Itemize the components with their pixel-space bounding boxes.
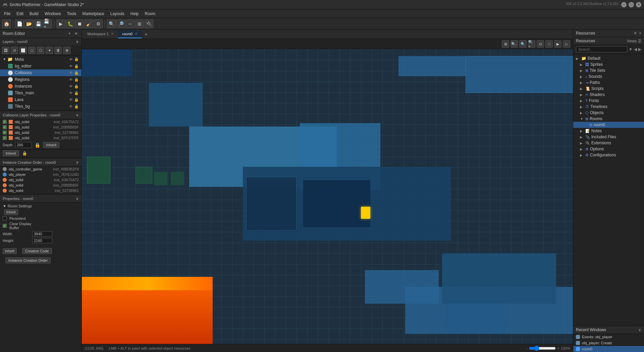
collisions-lock[interactable]: 🔒 [74, 71, 79, 75]
layer-collisions[interactable]: Collisions 👁 🔒 [0, 69, 82, 76]
canvas-tool-step[interactable]: ▷ [563, 40, 570, 48]
toolbar-new[interactable]: 📄 [15, 19, 24, 28]
instances-vis[interactable]: 👁 [69, 84, 73, 88]
coll-check-1[interactable]: ✓ [3, 120, 7, 124]
toolbar-replace[interactable]: ↔ [126, 19, 135, 28]
bg-editor-lock[interactable]: 🔒 [74, 64, 79, 68]
collision-props-collapse[interactable]: ∨ [76, 113, 79, 117]
inherit-btn-creation[interactable]: Inherit [3, 248, 17, 254]
regions-vis[interactable]: 👁 [69, 78, 73, 82]
depth-lock[interactable]: 🔒 [35, 142, 40, 148]
res-fonts[interactable]: ▶ T Fonts [573, 98, 644, 104]
close-button[interactable]: ✕ [636, 2, 641, 7]
res-configurations[interactable]: ▶ ⚙ Configurations [573, 152, 644, 158]
instances-lock[interactable]: 🔒 [74, 84, 79, 89]
workspace-tab-room0[interactable]: room0 ✕ [118, 30, 142, 38]
res-room0[interactable]: ⊞ room0 [573, 122, 644, 128]
menu-tools[interactable]: Tools [64, 10, 79, 17]
coll-check-2[interactable]: ✓ [3, 125, 7, 129]
layer-instances[interactable]: Instances 👁 🔒 [0, 83, 82, 90]
search-dropdown-icon[interactable]: ▼ [629, 47, 633, 52]
room-settings-title[interactable]: ▼ Room Settings [3, 204, 79, 208]
res-rooms[interactable]: ▼ ⊞ Rooms [573, 116, 644, 122]
coll-check-4[interactable]: ✓ [3, 136, 7, 140]
coll-check-3[interactable]: ✓ [3, 131, 7, 135]
ws-tab-room0-close[interactable]: ✕ [135, 32, 138, 36]
toolbar-open[interactable]: 📂 [24, 19, 33, 28]
inherit-btn-room[interactable]: Inherit [4, 209, 18, 215]
persistent-checkbox[interactable] [3, 216, 7, 220]
workspace-tab-1[interactable]: Workspace 1 ✕ [83, 30, 118, 38]
res-included-files[interactable]: ▶ 📎 Included Files [573, 134, 644, 140]
bg-editor-vis[interactable]: 👁 [69, 64, 73, 68]
lava-vis[interactable]: 👁 [69, 98, 73, 102]
zoom-out-btn[interactable]: - [527, 346, 528, 350]
regions-lock[interactable]: 🔒 [74, 78, 79, 82]
res-paths[interactable]: ▶ ↝ Paths [573, 80, 644, 86]
menu-help[interactable]: Help [128, 10, 142, 17]
layer-tool-add-instance[interactable]: ◻ [28, 47, 36, 54]
recent-item-events[interactable]: Events: obj_player [573, 334, 644, 340]
canvas-tool-room-view[interactable]: □ [545, 40, 553, 48]
inherit-btn-1[interactable]: Inherit [43, 142, 59, 148]
layer-tool-add-effect[interactable]: ✦ [46, 47, 53, 54]
properties-collapse[interactable]: ∨ [76, 196, 79, 201]
tiles-main-vis[interactable]: 👁 [69, 91, 73, 95]
lava-lock[interactable]: 🔒 [74, 98, 79, 102]
instance-creation-btn[interactable]: Instance Creation Order [5, 257, 51, 263]
depth-input[interactable] [15, 142, 32, 148]
recent-item-create[interactable]: obj_player: Create [573, 340, 644, 346]
res-notes[interactable]: ▶ 📝 Notes [573, 128, 644, 134]
toolbar-ext[interactable]: 🔌 [145, 19, 153, 28]
workspace-tab-add[interactable]: + [142, 30, 150, 38]
tiles-bg-vis[interactable]: 👁 [69, 104, 73, 108]
layer-tool-merge[interactable]: ⊕ [63, 47, 70, 54]
views-label[interactable]: Views [627, 39, 637, 43]
height-input[interactable] [32, 238, 52, 243]
canvas-area[interactable] [82, 49, 573, 344]
zoom-slider[interactable] [529, 346, 556, 351]
meta-lock[interactable]: 🔒 [74, 57, 79, 61]
res-sounds[interactable]: ▶ ♪ Sounds [573, 73, 644, 80]
res-options[interactable]: ▶ ⚙ Options [573, 146, 644, 152]
meta-vis[interactable]: 👁 [69, 57, 73, 61]
room-editor-add[interactable]: + [67, 31, 72, 36]
toolbar-stop[interactable]: ⏹ [75, 19, 84, 28]
canvas-tool-zoom-in[interactable]: 🔍+ [528, 40, 535, 48]
canvas-tool-play[interactable]: ▶ [554, 40, 561, 48]
res-shaders[interactable]: ▶ ✂ Shaders [573, 92, 644, 98]
creation-code-btn[interactable]: Creation Code [22, 248, 52, 254]
toolbar-find[interactable]: 🔍 [107, 19, 116, 28]
recent-item-room0[interactable]: room0 [573, 346, 644, 352]
width-input[interactable] [32, 231, 52, 237]
menu-build[interactable]: Build [27, 10, 41, 17]
tiles-main-lock[interactable]: 🔒 [74, 91, 79, 95]
tiles-bg-lock[interactable]: 🔒 [74, 104, 79, 109]
recent-windows-collapse[interactable]: ∨ [638, 328, 641, 332]
layer-tool-add-background[interactable]: ⬜ [19, 47, 27, 54]
inherit-btn-2[interactable]: Inherit [3, 150, 19, 156]
clear-display-checkbox[interactable]: ✓ [3, 224, 7, 228]
collisions-vis[interactable]: 👁 [69, 71, 73, 75]
layer-tool-add-tile[interactable]: ⊙ [11, 47, 18, 54]
toolbar-save[interactable]: 💾 [34, 19, 43, 28]
views-menu-icon[interactable]: ☰ [638, 39, 641, 43]
zoom-in-btn[interactable]: + [557, 346, 559, 350]
menu-room[interactable]: Room [142, 10, 158, 17]
toolbar-save-all[interactable]: 💾+ [43, 19, 52, 28]
res-timelines[interactable]: ▶ ⏱ Timelines [573, 104, 644, 110]
layer-item-meta[interactable]: ▼ 📁 Meta 👁 🔒 [0, 56, 82, 63]
canvas-tool-zoom-reset[interactable]: 🔍 [519, 40, 527, 48]
recent-windows-header[interactable]: Recent Windows ∨ [573, 326, 644, 334]
toolbar-layout[interactable]: ⊞ [135, 19, 144, 28]
layer-tool-delete[interactable]: 🗑 [54, 47, 62, 54]
canvas-tool-grid[interactable]: ⊞ [502, 40, 509, 48]
toolbar-run[interactable]: ▶ [56, 19, 65, 28]
toolbar-find-in[interactable]: 🔎 [116, 19, 125, 28]
toolbar-clean[interactable]: 🧹 [85, 19, 93, 28]
layer-lava[interactable]: Lava 👁 🔒 [0, 96, 82, 103]
menu-edit[interactable]: Edit [14, 10, 26, 17]
res-default-group[interactable]: ▶ 📁 Default [573, 55, 644, 61]
res-objects[interactable]: ▶ ⬡ Objects [573, 110, 644, 116]
search-input[interactable] [576, 46, 627, 52]
